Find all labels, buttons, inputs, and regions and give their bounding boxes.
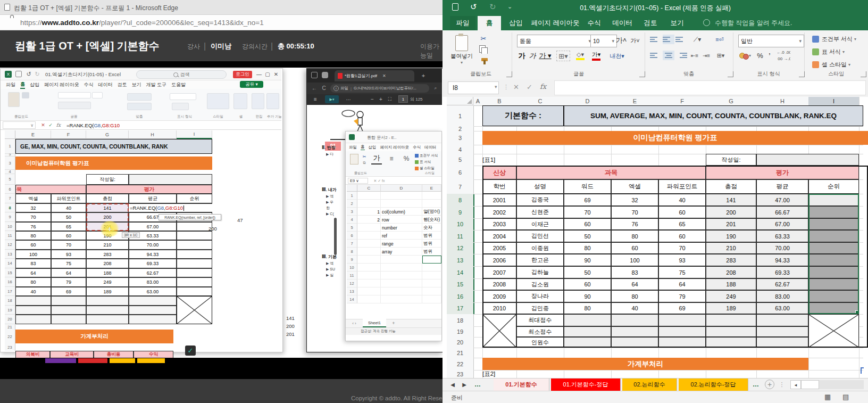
cell-excel-r13[interactable]: 100 [611, 254, 658, 266]
cell-rank-r17[interactable] [808, 302, 859, 314]
name-box[interactable]: I8 [448, 81, 499, 94]
row-header-23[interactable]: 23 [447, 370, 474, 378]
row-header-11[interactable]: 11 [447, 230, 474, 243]
row-header-22[interactable]: 22 [447, 358, 474, 371]
sheet-tab-01.기본함수-정답[interactable]: 01.기본함수-정답 [551, 379, 621, 391]
ribbon-tab-페이지 레이아웃[interactable]: 페이지 레이아웃 [531, 16, 580, 30]
insert-function-icon[interactable]: fx [540, 83, 546, 91]
cell-avg-r8[interactable]: 47.00 [756, 194, 808, 206]
row-header-13[interactable]: 13 [447, 254, 474, 267]
cell-banner-household[interactable]: 가계부처리 [482, 358, 808, 370]
ribbon-tab-데이터[interactable]: 데이터 [608, 16, 636, 30]
increase-decimal-icon[interactable]: ←.0 .00 [778, 50, 790, 55]
cell-column-header-총점[interactable]: 총점 [706, 179, 756, 194]
row-header-18[interactable]: 18 [447, 314, 474, 327]
cell-ppt-r17[interactable]: 69 [658, 302, 706, 314]
sheet-nav-prev-icon[interactable]: ◀ [449, 381, 456, 388]
cell-title-banner[interactable]: 이미남컴퓨터학원 평가표 [482, 131, 868, 145]
tell-me-text[interactable]: 수행할 작업을 알려 주세요. [715, 19, 792, 28]
row-header-4[interactable]: 4 [447, 145, 474, 154]
cell-word-r17[interactable]: 80 [564, 302, 611, 314]
cell-summary-value[interactable] [756, 326, 808, 337]
align-bottom-icon[interactable] [675, 35, 687, 44]
number-format-combo[interactable]: 일반▾ [738, 35, 804, 47]
formula-input[interactable] [554, 80, 866, 95]
dialog-launcher-number[interactable] [799, 71, 805, 77]
align-right-icon[interactable] [675, 51, 687, 60]
shrink-font-icon[interactable]: 가˅ [629, 35, 641, 46]
cell-ppt-r16[interactable]: 79 [658, 290, 706, 302]
cell-avg-r10[interactable]: 67.00 [756, 218, 808, 230]
row-header-17[interactable]: 17 [447, 302, 474, 315]
cell-word-r15[interactable]: 60 [564, 278, 611, 290]
cell-excel-r15[interactable]: 64 [611, 278, 658, 290]
cell-ppt-r10[interactable]: 65 [658, 218, 706, 230]
style-button-표 서식[interactable]: 표 서식 ▾ [809, 46, 865, 57]
cell-excel-r11[interactable]: 80 [611, 230, 658, 242]
cell-id-r9[interactable]: 2002 [482, 206, 516, 218]
cell-column-header-학번[interactable]: 학번 [482, 179, 516, 194]
cell-total-r17[interactable]: 189 [706, 302, 756, 314]
cell-total-r14[interactable]: 208 [706, 266, 756, 278]
cell-date-value[interactable] [756, 154, 859, 166]
cell-word-r13[interactable]: 90 [564, 254, 611, 266]
italic-icon[interactable]: 가 [528, 51, 537, 61]
tell-me-bulb-icon[interactable] [703, 19, 710, 26]
cell-name-r11[interactable]: 김민선 [516, 230, 564, 242]
column-header-A[interactable]: A [473, 97, 483, 106]
cell-summary-value[interactable] [611, 337, 658, 348]
row-header-12[interactable]: 12 [447, 242, 474, 254]
cell-column-header-성명[interactable]: 성명 [516, 179, 564, 194]
row-header-3[interactable]: 3 [447, 131, 474, 145]
cell-column-header-순위[interactable]: 순위 [808, 179, 859, 194]
row-header-14[interactable]: 14 [447, 266, 474, 279]
cell-ppt-r13[interactable]: 93 [658, 254, 706, 266]
hscroll-left-icon[interactable]: ◂ [790, 380, 801, 389]
row-header-16[interactable]: 16 [447, 290, 474, 303]
cell-rank-r10[interactable] [808, 218, 859, 230]
cell-column-header-엑셀[interactable]: 엑셀 [611, 179, 658, 194]
cell-avg-r13[interactable]: 94.33 [756, 254, 808, 266]
cell-basic-functions-label[interactable]: 기본함수 : [482, 105, 564, 126]
cell-total-r15[interactable]: 188 [706, 278, 756, 290]
cell-avg-r11[interactable]: 63.33 [756, 230, 808, 242]
percent-icon[interactable]: % [755, 51, 765, 60]
cell-id-r8[interactable]: 2001 [482, 194, 516, 206]
merge-center-icon[interactable]: ⊞▾ [713, 51, 729, 60]
cell-name-r9[interactable]: 신현준 [516, 206, 564, 218]
select-all-corner[interactable] [447, 97, 473, 105]
cell-total-r16[interactable]: 249 [706, 290, 756, 302]
cell-group-personal[interactable]: 신상 [482, 166, 516, 179]
cell-ppt-r15[interactable]: 64 [658, 278, 706, 290]
column-header-B[interactable]: B [482, 97, 517, 106]
column-header-E[interactable]: E [611, 97, 659, 106]
cell-column-header-워드[interactable]: 워드 [564, 179, 611, 194]
add-sheet-icon[interactable]: + [765, 380, 774, 389]
cell-total-r8[interactable]: 141 [706, 194, 756, 206]
cell-ppt-r9[interactable]: 60 [658, 206, 706, 218]
sheet-nav-next-icon[interactable]: ▶ [461, 381, 468, 388]
cell-rank-r13[interactable] [808, 254, 859, 266]
style-button-셀 스타일[interactable]: 셀 스타일 ▾ [809, 59, 865, 70]
cell-id-r13[interactable]: 2006 [482, 254, 516, 266]
cell-table1-label[interactable]: [표1] [482, 154, 516, 166]
align-middle-icon[interactable] [663, 35, 674, 44]
cell-word-r11[interactable]: 50 [564, 230, 611, 242]
format-painter-icon[interactable] [478, 55, 489, 64]
dialog-launcher-clipboard[interactable] [506, 71, 512, 77]
cell-column-header-파워포인트[interactable]: 파워포인트 [658, 179, 706, 194]
ribbon-tab-검토[interactable]: 검토 [638, 16, 663, 30]
sheet-tabs-overflow[interactable]: … [751, 380, 761, 389]
cell-total-r10[interactable]: 201 [706, 218, 756, 230]
cell-date-label[interactable]: 작성일: [706, 154, 756, 166]
cell-name-r8[interactable]: 김종국 [516, 194, 564, 206]
align-top-icon[interactable] [650, 35, 662, 44]
cell-diagonal-blank[interactable] [808, 314, 859, 348]
cell-summary-label-최대점수[interactable]: 최대점수 [516, 314, 564, 326]
cell-word-r16[interactable]: 90 [564, 290, 611, 302]
cell-excel-r12[interactable]: 60 [611, 242, 658, 254]
column-header-D[interactable]: D [564, 97, 612, 106]
enter-icon[interactable]: ✓ [527, 83, 532, 91]
cell-summary-value[interactable] [564, 326, 611, 337]
cell-rank-r14[interactable] [808, 266, 859, 278]
